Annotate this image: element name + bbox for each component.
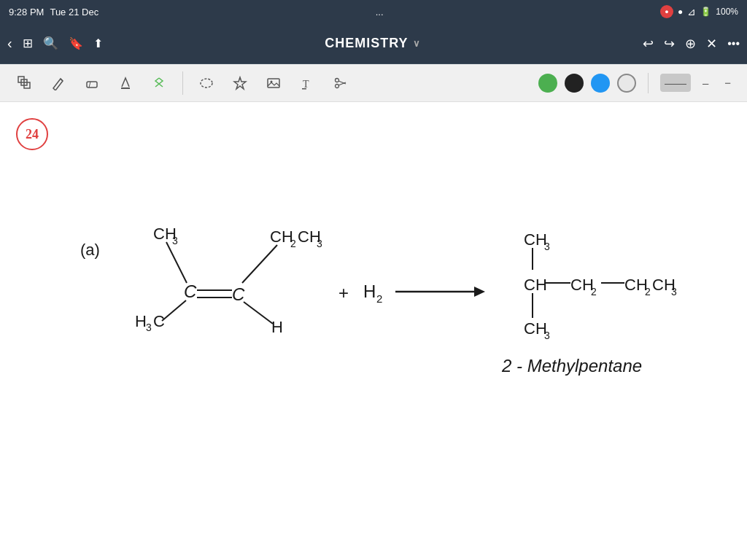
svg-marker-37	[474, 287, 485, 297]
bookmark-button[interactable]: 🔖	[69, 36, 83, 50]
svg-line-21	[166, 242, 187, 283]
back-button[interactable]: ‹	[7, 35, 12, 52]
svg-text:+: +	[338, 283, 349, 303]
color-white[interactable]	[617, 74, 636, 93]
svg-text:2 - Methylpentane: 2 - Methylpentane	[501, 356, 642, 376]
svg-text:CH: CH	[524, 230, 547, 249]
highlighter-tool[interactable]	[112, 70, 139, 96]
svg-text:CH: CH	[524, 319, 547, 338]
battery-icon: 🔋	[700, 7, 711, 17]
svg-text:2: 2	[591, 286, 597, 298]
wifi-icon: ●	[678, 7, 683, 17]
canvas-area: 24 .chem-text { font-family: 'Comic Sans…	[0, 102, 747, 560]
status-bar: 9:28 PM Tue 21 Dec ... ● ● ⊿ 🔋 100%	[0, 0, 747, 23]
svg-text:C: C	[184, 281, 197, 301]
undo-button[interactable]: ↩	[643, 36, 654, 52]
svg-text:H: H	[135, 312, 147, 330]
svg-text:3: 3	[671, 286, 677, 298]
svg-text:T: T	[303, 79, 309, 90]
scissors-tool[interactable]	[328, 70, 354, 96]
date-display: Tue 21 Dec	[50, 7, 98, 18]
notebook-title: CHEMISTRY	[325, 36, 408, 51]
svg-text:H: H	[271, 318, 283, 336]
svg-line-32	[244, 302, 273, 324]
svg-rect-6	[268, 79, 279, 88]
color-green[interactable]	[538, 74, 557, 93]
svg-point-10	[336, 78, 339, 82]
eraser-tool[interactable]	[79, 70, 105, 96]
svg-text:3: 3	[146, 322, 152, 333]
medium-dash-button[interactable]: –	[698, 74, 713, 92]
svg-text:3: 3	[544, 241, 550, 252]
bluetooth-pen-tool[interactable]	[146, 70, 172, 96]
image-tool[interactable]	[260, 70, 287, 96]
time-display: 9:28 PM	[9, 7, 44, 18]
redo-button[interactable]: ↪	[664, 36, 675, 52]
svg-line-22	[162, 300, 186, 321]
star-tool[interactable]	[227, 70, 253, 96]
svg-point-11	[336, 84, 339, 88]
color-black[interactable]	[565, 74, 584, 93]
svg-point-4	[201, 79, 212, 88]
grid-view-button[interactable]: ⊞	[23, 36, 33, 51]
svg-text:2: 2	[376, 292, 382, 305]
svg-line-30	[242, 245, 277, 283]
svg-rect-9	[302, 88, 306, 90]
svg-text:3: 3	[544, 330, 550, 341]
svg-text:CH: CH	[270, 228, 293, 246]
pencil-tool[interactable]	[45, 70, 71, 96]
svg-text:C: C	[232, 284, 245, 304]
svg-rect-3	[87, 82, 97, 88]
svg-marker-5	[234, 77, 246, 89]
svg-text:CH: CH	[570, 276, 594, 294]
drawing-toolbar: T —— – −	[0, 64, 747, 102]
thick-dash-button[interactable]: ——	[660, 74, 691, 92]
svg-text:CH: CH	[524, 276, 547, 294]
search-button[interactable]: 🔍	[43, 36, 58, 51]
svg-text:C: C	[153, 312, 165, 330]
main-toolbar: ‹ ⊞ 🔍 🔖 ⬆ CHEMISTRY ∨ ↩ ↪ ⊕ ✕ •••	[0, 23, 747, 64]
layers-tool[interactable]	[12, 70, 38, 96]
svg-text:(a): (a)	[80, 241, 100, 259]
more-options-button[interactable]: •••	[727, 37, 740, 50]
color-blue[interactable]	[591, 74, 610, 93]
svg-text:2: 2	[290, 238, 296, 249]
close-button[interactable]: ✕	[706, 36, 717, 52]
signal-icon: ⊿	[687, 6, 696, 18]
battery-percent: 100%	[716, 7, 738, 17]
thin-dash-button[interactable]: −	[720, 74, 735, 92]
chemistry-drawing: .chem-text { font-family: 'Comic Sans MS…	[0, 102, 747, 560]
record-icon: ●	[660, 5, 673, 18]
share-button[interactable]: ⬆	[93, 36, 103, 50]
dots-center: ...	[376, 7, 384, 18]
svg-text:2: 2	[645, 286, 651, 298]
svg-text:H: H	[363, 281, 376, 301]
svg-text:3: 3	[172, 235, 178, 246]
text-tool[interactable]: T	[294, 70, 320, 96]
svg-text:CH: CH	[624, 276, 648, 294]
title-chevron[interactable]: ∨	[413, 38, 421, 49]
lasso-tool[interactable]	[193, 70, 220, 96]
add-page-button[interactable]: ⊕	[685, 36, 696, 52]
svg-text:3: 3	[317, 238, 322, 249]
